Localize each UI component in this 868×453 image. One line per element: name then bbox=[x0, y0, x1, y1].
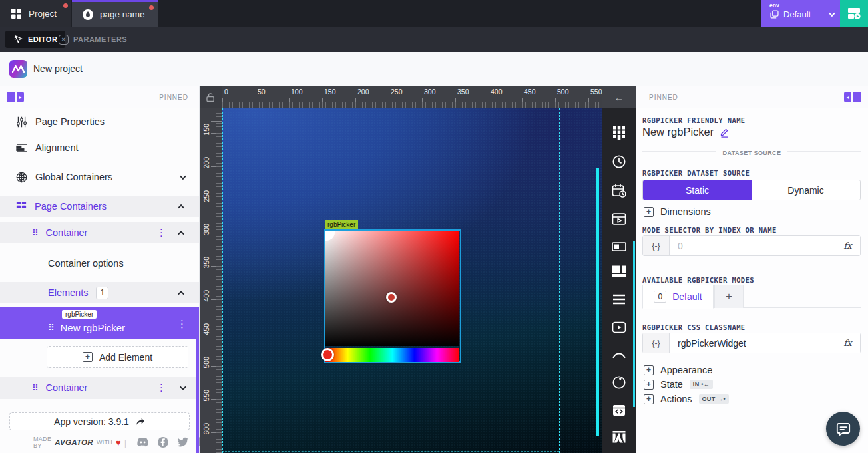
kebab-menu-icon[interactable]: ⋮ bbox=[156, 227, 166, 239]
ruler-corner[interactable] bbox=[200, 86, 222, 108]
binding-brace-button[interactable]: {-} bbox=[643, 333, 670, 353]
ruler-label: 200 bbox=[202, 157, 210, 169]
sidebar-header: ▸ PINNED bbox=[0, 86, 199, 108]
run-app-button[interactable] bbox=[840, 0, 868, 27]
edit-pencil-icon[interactable] bbox=[720, 127, 730, 138]
mode-tab-parameters-label: PARAMETERS bbox=[73, 35, 127, 43]
ruler-label: 150 bbox=[324, 88, 336, 96]
add-mode-button[interactable]: + bbox=[714, 285, 744, 308]
palette-video-icon[interactable] bbox=[611, 319, 627, 335]
hue-slider[interactable] bbox=[326, 348, 459, 362]
element-type-badge: rgbPicker bbox=[62, 310, 97, 319]
discord-icon[interactable] bbox=[136, 437, 149, 447]
actions-expander[interactable]: + Actions OUT →• bbox=[644, 394, 729, 404]
mode-tab-parameters[interactable]: × PARAMETERS bbox=[53, 31, 132, 48]
static-option[interactable]: Static bbox=[643, 180, 752, 200]
ruler-label: 0 bbox=[224, 88, 228, 96]
binding-brace-button[interactable]: {-} bbox=[643, 236, 670, 255]
palette-knob-icon[interactable] bbox=[611, 375, 627, 390]
kebab-menu-icon[interactable]: ⋮ bbox=[177, 318, 187, 330]
canvas-guide-bottom bbox=[222, 451, 559, 452]
item-label: Container bbox=[46, 227, 88, 238]
chat-support-button[interactable] bbox=[826, 412, 860, 446]
tree-item-container-1[interactable]: ⠿ Container ⋮ bbox=[0, 222, 199, 243]
palette-clock-icon[interactable] bbox=[611, 154, 627, 170]
kebab-menu-icon[interactable]: ⋮ bbox=[156, 382, 166, 394]
heart-icon: ♥ bbox=[116, 438, 121, 448]
hue-cursor[interactable] bbox=[321, 348, 334, 361]
tree-item-container-options[interactable]: Container options bbox=[0, 251, 199, 275]
app-version-button[interactable]: App version: 3.9.1 bbox=[9, 412, 190, 430]
appearance-expander[interactable]: + Appearance bbox=[644, 365, 712, 375]
tab-project[interactable]: Project bbox=[0, 0, 71, 27]
collapse-panel-icon[interactable]: ◂ bbox=[844, 92, 861, 102]
structure-sidebar: ▸ PINNED Page Properties Alignment Globa… bbox=[0, 86, 200, 453]
dynamic-option[interactable]: Dynamic bbox=[752, 180, 860, 200]
ruler-label: 400 bbox=[202, 290, 210, 302]
chevron-up-icon bbox=[178, 230, 184, 237]
palette-arc-icon[interactable] bbox=[611, 347, 627, 363]
sidebar-item-global-containers[interactable]: Global Containers bbox=[0, 166, 199, 188]
palette-browser-play-icon[interactable] bbox=[611, 211, 627, 227]
rgbpicker-widget[interactable]: rgbPicker bbox=[324, 229, 461, 363]
mode-name: Default bbox=[672, 291, 702, 302]
fx-button[interactable]: fx bbox=[835, 236, 860, 255]
drag-handle[interactable]: ⠿ bbox=[48, 323, 54, 333]
palette-dialpad-icon[interactable] bbox=[611, 125, 627, 141]
sidebar-item-alignment[interactable]: Alignment bbox=[0, 137, 199, 158]
made-by-label: MADE BY bbox=[33, 436, 51, 449]
containers-icon bbox=[16, 201, 27, 212]
mode-selector-label: MODE SELECTOR BY INDEX OR NAME bbox=[642, 226, 777, 234]
top-bar: Project page name env Default bbox=[0, 0, 868, 27]
env-selector[interactable]: env Default bbox=[761, 0, 840, 27]
mode-selector-input[interactable] bbox=[670, 236, 835, 255]
color-cursor[interactable] bbox=[386, 292, 397, 303]
parameters-icon: × bbox=[59, 35, 69, 45]
classname-input[interactable] bbox=[670, 333, 835, 353]
sidebar-scrollbar[interactable] bbox=[196, 307, 199, 453]
sliders-icon bbox=[16, 116, 27, 128]
mode-tab-default[interactable]: 0 Default bbox=[642, 285, 714, 309]
palette-curtains-icon[interactable] bbox=[611, 429, 627, 445]
actions-label: Actions bbox=[660, 394, 692, 404]
dimensions-expander[interactable]: + Dimensions bbox=[644, 206, 711, 217]
tree-item-new-rgbpicker[interactable]: rgbPicker ⠿ New rgbPicker ⋮ bbox=[0, 307, 199, 339]
sidebar-item-page-containers[interactable]: Page Containers bbox=[0, 196, 199, 217]
chevron-down-icon bbox=[180, 384, 186, 390]
white-corner-cursor[interactable] bbox=[326, 231, 335, 241]
ruler-h[interactable]: 050100150200250300350400450500550 bbox=[222, 86, 602, 108]
dataset-source-toggle: Static Dynamic bbox=[642, 180, 861, 200]
chat-bubble-icon bbox=[835, 421, 851, 437]
widget-selection-border bbox=[324, 229, 461, 363]
tab-page[interactable]: page name bbox=[72, 0, 158, 27]
canvas-scrollbar[interactable] bbox=[596, 168, 599, 436]
palette-scrollbar[interactable] bbox=[633, 241, 635, 407]
panel-header: PINNED ◂ bbox=[636, 86, 868, 108]
state-expander[interactable]: + State IN •← bbox=[644, 379, 713, 390]
tree-item-elements[interactable]: Elements 1 bbox=[0, 282, 199, 303]
classname-group: {-} fx bbox=[642, 333, 861, 353]
twitter-icon[interactable] bbox=[177, 437, 189, 447]
ruler-v[interactable]: 150200250300350400450500550600 bbox=[200, 108, 222, 453]
sidebar-footer: MADE BY AVGATOR WITH ♥ | bbox=[0, 432, 199, 453]
tree-item-container-2[interactable]: ⠿ Container ⋮ bbox=[0, 377, 199, 399]
facebook-icon[interactable] bbox=[158, 437, 168, 448]
item-label: Page Containers bbox=[35, 201, 107, 212]
sidebar-item-page-properties[interactable]: Page Properties bbox=[0, 111, 199, 132]
element-name: New rgbPicker bbox=[61, 322, 126, 333]
saturation-area[interactable] bbox=[326, 231, 459, 346]
palette-code-window-icon[interactable] bbox=[611, 402, 627, 418]
collapse-panel-icon[interactable]: ▸ bbox=[7, 92, 24, 102]
chevron-down-icon bbox=[829, 10, 835, 17]
palette-rows-icon[interactable] bbox=[611, 291, 627, 307]
add-element-button[interactable]: + Add Element bbox=[47, 346, 188, 368]
drag-handle[interactable]: ⠿ bbox=[32, 383, 38, 393]
palette-dashboard-icon[interactable] bbox=[611, 263, 627, 279]
palette-schedule-icon[interactable] bbox=[611, 183, 627, 199]
drag-handle[interactable]: ⠿ bbox=[32, 228, 38, 238]
canvas-viewport[interactable]: rgbPicker bbox=[222, 108, 602, 453]
fx-button[interactable]: fx bbox=[835, 333, 860, 353]
palette-collapse-button[interactable]: ← bbox=[602, 86, 636, 108]
widget-label: rgbPicker bbox=[325, 220, 358, 229]
palette-panel-toggle-icon[interactable] bbox=[611, 239, 627, 255]
